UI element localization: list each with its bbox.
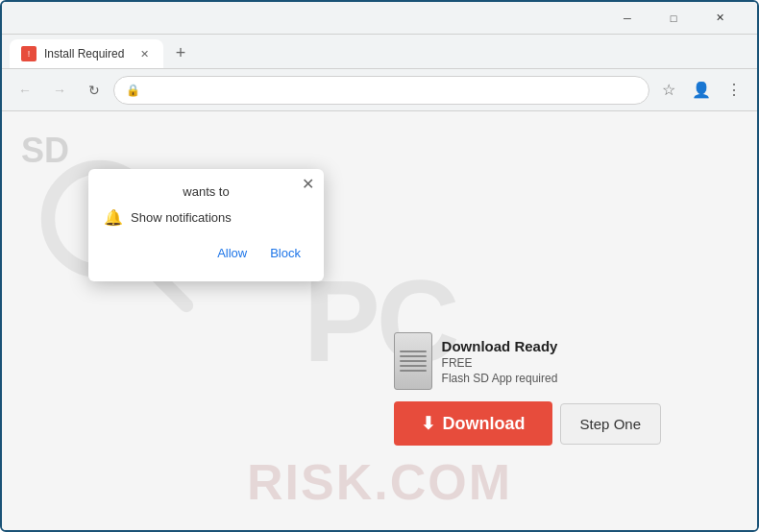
download-free-label: FREE — [442, 356, 558, 370]
download-ready-label: Download Ready — [442, 338, 558, 354]
app-icon-line-4 — [400, 365, 427, 367]
download-meta: Download Ready FREE Flash SD App require… — [442, 338, 558, 385]
popup-notification-row: 🔔 Show notifications — [104, 208, 308, 227]
download-buttons: ⬇ Download Step One — [394, 401, 661, 446]
close-button[interactable]: ✕ — [698, 3, 742, 34]
tabs-bar: ! Install Required ✕ + — [2, 35, 757, 69]
download-button-label: Download — [443, 414, 526, 434]
bell-icon: 🔔 — [104, 208, 123, 227]
account-button[interactable]: 👤 — [686, 75, 717, 106]
step-one-button[interactable]: Step One — [560, 403, 661, 445]
menu-button[interactable]: ⋮ — [719, 75, 749, 106]
app-icon-line-3 — [400, 360, 427, 362]
risk-watermark: RISK.COM — [247, 453, 512, 511]
bookmark-button[interactable]: ☆ — [653, 75, 684, 106]
title-bar: ─ □ ✕ — [2, 2, 757, 35]
reload-button[interactable]: ↻ — [79, 75, 110, 106]
browser-window: ─ □ ✕ ! Install Required ✕ + ← → ↻ 🔒 ☆ 👤… — [0, 0, 759, 532]
download-card: Download Ready FREE Flash SD App require… — [394, 332, 661, 446]
toolbar-icons: ☆ 👤 ⋮ — [653, 75, 749, 106]
active-tab[interactable]: ! Install Required ✕ — [10, 39, 163, 68]
app-icon-line-2 — [400, 355, 427, 357]
page-content: PC SD RISK.COM Download Ready — [2, 111, 757, 530]
back-button[interactable]: ← — [10, 75, 40, 106]
popup-close-button[interactable]: ✕ — [302, 177, 314, 192]
app-icon — [394, 332, 432, 390]
maximize-button[interactable]: □ — [651, 3, 696, 34]
minimize-button[interactable]: ─ — [605, 3, 649, 34]
tab-close-button[interactable]: ✕ — [136, 46, 152, 61]
popup-notification-text: Show notifications — [131, 210, 232, 225]
allow-button[interactable]: Allow — [209, 240, 255, 266]
block-button[interactable]: Block — [262, 240, 308, 266]
tab-favicon: ! — [21, 46, 37, 61]
address-input-wrap[interactable]: 🔒 — [113, 76, 649, 105]
download-info: Download Ready FREE Flash SD App require… — [394, 332, 661, 390]
download-required-label: Flash SD App required — [442, 372, 558, 385]
popup-title: wants to — [104, 184, 308, 199]
download-button[interactable]: ⬇ Download — [394, 401, 552, 446]
lock-icon: 🔒 — [126, 84, 140, 97]
app-icon-line-5 — [400, 370, 427, 372]
download-icon: ⬇ — [421, 413, 435, 434]
app-icon-line-1 — [400, 351, 427, 352]
tab-title: Install Required — [44, 47, 129, 60]
forward-button[interactable]: → — [44, 75, 75, 106]
notification-popup: ✕ wants to 🔔 Show notifications Allow Bl… — [88, 169, 324, 281]
window-controls: ─ □ ✕ — [605, 3, 742, 34]
address-bar: ← → ↻ 🔒 ☆ 👤 ⋮ — [2, 69, 757, 111]
new-tab-button[interactable]: + — [167, 39, 194, 66]
popup-buttons: Allow Block — [104, 240, 308, 266]
